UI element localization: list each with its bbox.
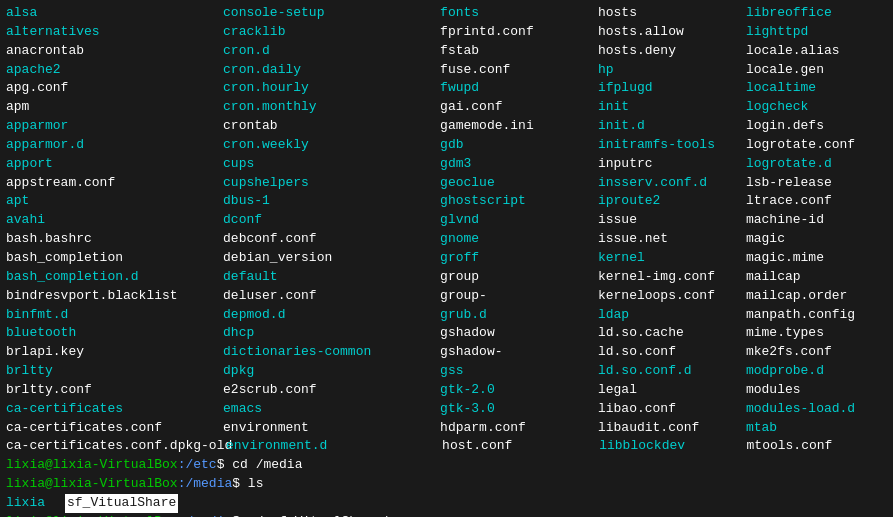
col4-item: libao.conf (598, 400, 746, 419)
col2-item: cron.daily (223, 61, 440, 80)
col4-item: legal (598, 381, 746, 400)
col5-item: locale.alias (746, 42, 887, 61)
col4-item: kerneloops.conf (598, 287, 746, 306)
col5-item: mime.types (746, 324, 887, 343)
listing-row-7: apparmor crontab gamemode.ini init.d log… (6, 117, 887, 136)
command-text: ls (248, 475, 264, 494)
col3-item: gshadow- (440, 343, 598, 362)
col1-item: alternatives (6, 23, 223, 42)
col4-item: init.d (598, 117, 746, 136)
col1-item: apg.conf (6, 79, 223, 98)
col4-item: ld.so.conf (598, 343, 746, 362)
col3-item: gnome (440, 230, 598, 249)
col4-item: iproute2 (598, 192, 746, 211)
col3-item: glvnd (440, 211, 598, 230)
col3-item: groff (440, 249, 598, 268)
col5-item: login.defs (746, 117, 887, 136)
col5-item: modules-load.d (746, 400, 887, 419)
col5-item: mtools.conf (747, 437, 887, 456)
col2-item: crontab (223, 117, 440, 136)
listing-row-17: binfmt.d depmod.d grub.d ldap manpath.co… (6, 306, 887, 325)
col3-item: hdparm.conf (440, 419, 598, 438)
col1-item: alsa (6, 4, 223, 23)
col1-item: bluetooth (6, 324, 223, 343)
listing-row-6: apm cron.monthly gai.conf init logcheck (6, 98, 887, 117)
col4-item: init (598, 98, 746, 117)
col2-item: environment.d (226, 437, 442, 456)
command-text: cd /media (232, 456, 302, 475)
command-line-cd-media: lixia@lixia-VirtualBox:/etc$ cd /media (6, 456, 887, 475)
listing-row-21: brltty.conf e2scrub.conf gtk-2.0 legal m… (6, 381, 887, 400)
col4-item: issue.net (598, 230, 746, 249)
col1-item: bindresvport.blacklist (6, 287, 223, 306)
col4-item: libaudit.conf (598, 419, 746, 438)
col4-item: hosts (598, 4, 746, 23)
col1-item: bash.bashrc (6, 230, 223, 249)
col1-item: ca-certificates.conf.dpkg-old (6, 437, 226, 456)
listing-row-5: apg.conf cron.hourly fwupd ifplugd local… (6, 79, 887, 98)
listing-row-19: brlapi.key dictionaries-common gshadow- … (6, 343, 887, 362)
col5-item: magic.mime (746, 249, 887, 268)
col1-item: apt (6, 192, 223, 211)
col4-item: libblockdev (599, 437, 746, 456)
listing-row-22: ca-certificates emacs gtk-3.0 libao.conf… (6, 400, 887, 419)
col1-item: appstream.conf (6, 174, 223, 193)
col5-item: mtab (746, 419, 887, 438)
listing-row-11: apt dbus-1 ghostscript iproute2 ltrace.c… (6, 192, 887, 211)
col3-item: fonts (440, 4, 598, 23)
listing-row-2: alternatives cracklib fprintd.conf hosts… (6, 23, 887, 42)
col5-item: localtime (746, 79, 887, 98)
col4-item: ldap (598, 306, 746, 325)
prompt-user: lixia@lixia-VirtualBox (6, 513, 178, 517)
col5-item: manpath.config (746, 306, 887, 325)
col1-item: binfmt.d (6, 306, 223, 325)
media-item-lixia: lixia (6, 494, 45, 513)
col2-item: console-setup (223, 4, 440, 23)
col5-item: lsb-release (746, 174, 887, 193)
col4-item: hp (598, 61, 746, 80)
listing-row-24: ca-certificates.conf.dpkg-old environmen… (6, 437, 887, 456)
prompt-suffix: $ (232, 475, 248, 494)
col3-item: grub.d (440, 306, 598, 325)
listing-row-23: ca-certificates.conf environment hdparm.… (6, 419, 887, 438)
col1-item: apache2 (6, 61, 223, 80)
col4-item: hosts.allow (598, 23, 746, 42)
col3-item: fuse.conf (440, 61, 598, 80)
col1-item: brlapi.key (6, 343, 223, 362)
listing-row-9: apport cups gdm3 inputrc logrotate.d (6, 155, 887, 174)
col2-item: dpkg (223, 362, 440, 381)
col5-item: mailcap.order (746, 287, 887, 306)
prompt-user: lixia@lixia-VirtualBox (6, 475, 178, 494)
prompt-user: lixia@lixia-VirtualBox (6, 456, 178, 475)
prompt-suffix: $ (232, 513, 248, 517)
col3-item: group- (440, 287, 598, 306)
prompt-path: :/etc (178, 456, 217, 475)
col3-item: gtk-2.0 (440, 381, 598, 400)
col2-item: dbus-1 (223, 192, 440, 211)
listing-row-13: bash.bashrc debconf.conf gnome issue.net… (6, 230, 887, 249)
col3-item: ghostscript (440, 192, 598, 211)
col5-item: modprobe.d (746, 362, 887, 381)
listing-row-15: bash_completion.d default group kernel-i… (6, 268, 887, 287)
col3-item: gamemode.ini (440, 117, 598, 136)
col3-item: group (440, 268, 598, 287)
col2-item: emacs (223, 400, 440, 419)
terminal: alsa console-setup fonts hosts libreoffi… (0, 0, 893, 517)
col3-item: gdm3 (440, 155, 598, 174)
col4-item: kernel-img.conf (598, 268, 746, 287)
prompt-suffix: $ (217, 456, 233, 475)
col5-item: mailcap (746, 268, 887, 287)
col3-item: gai.conf (440, 98, 598, 117)
col1-item: apm (6, 98, 223, 117)
listing-row-1: alsa console-setup fonts hosts libreoffi… (6, 4, 887, 23)
col1-item: ca-certificates (6, 400, 223, 419)
col4-item: hosts.deny (598, 42, 746, 61)
col1-item: apport (6, 155, 223, 174)
col1-item: apparmor (6, 117, 223, 136)
col1-item: apparmor.d (6, 136, 223, 155)
col4-item: initramfs-tools (598, 136, 746, 155)
prompt-path: :/media (178, 513, 233, 517)
command-line-ls: lixia@lixia-VirtualBox:/media$ ls (6, 475, 887, 494)
col2-item: cracklib (223, 23, 440, 42)
col3-item: gss (440, 362, 598, 381)
